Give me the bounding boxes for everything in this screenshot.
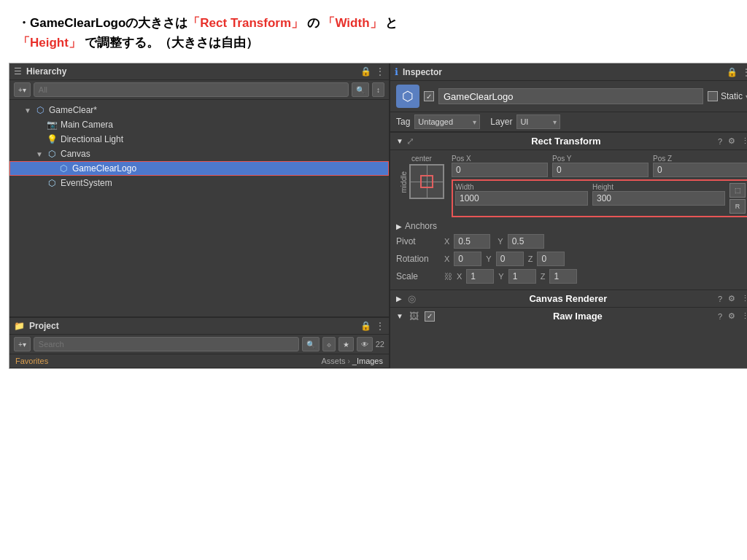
scale-y-input[interactable] (508, 269, 536, 284)
tree-item-canvas[interactable]: ▼ ⬡ Canvas (9, 147, 389, 161)
rt-fields-area: Pos X Pos Y Pos Z (452, 155, 747, 219)
rt-width-label: Width (455, 183, 588, 191)
rt-posy-input[interactable] (552, 163, 649, 177)
project-filter-btn[interactable]: ⟐ (322, 337, 336, 351)
rt-width-input[interactable] (455, 191, 588, 206)
rt-posy-label: Pos Y (552, 155, 649, 163)
rect-transform-header: ▼ ⤢ Rect Transform ? ⚙ ⋮ (390, 132, 747, 150)
canvas-arrow: ▼ (36, 150, 44, 158)
rect-transform-settings-icon[interactable]: ⚙ (728, 136, 735, 146)
project-lock-icon[interactable]: 🔒 (360, 321, 371, 331)
canvas-renderer-settings[interactable]: ⚙ (728, 294, 735, 303)
inspector-lock-icon[interactable]: 🔒 (727, 67, 738, 77)
hierarchy-panel-header: ☰ Hierarchy 🔒 ⋮ (9, 63, 389, 80)
inspector-title: Inspector (403, 67, 722, 77)
canvas-renderer-icon: ◎ (408, 293, 416, 304)
rt-posx-input[interactable] (452, 163, 548, 177)
project-search-input[interactable] (34, 337, 299, 351)
raw-image-row: ▼ 🖼 ✓ Raw Image ? ⚙ ⋮ (390, 307, 747, 324)
anchors-collapse-arrow[interactable]: ▶ (396, 222, 402, 230)
highlight-rect-transform: 「Rect Transform」 (187, 16, 303, 30)
project-menu-icon[interactable]: ⋮ (376, 321, 384, 331)
canvas-icon: ⬡ (46, 148, 58, 160)
tag-dropdown[interactable]: Untagged ▾ (414, 114, 480, 129)
gameclearlogo-icon: ⬡ (58, 163, 69, 174)
scale-x-input[interactable] (466, 269, 494, 284)
rect-transform-collapse-arrow[interactable]: ▼ (396, 137, 403, 145)
tag-value: Untagged (418, 117, 453, 126)
scale-label: Scale (396, 271, 440, 281)
rt-pos-row: Pos X Pos Y Pos Z (452, 155, 747, 177)
instruction-prefix: ・GameClearLogoの大きさは (18, 16, 187, 30)
rt-posz-input[interactable] (653, 163, 747, 177)
main-camera-label: Main Camera (61, 120, 113, 130)
project-title: Project (29, 321, 356, 331)
inspector-static-label: Static (721, 91, 743, 101)
hierarchy-sort-button[interactable]: ↕ (372, 82, 384, 97)
rt-anchor-diagram-row: middle (400, 164, 444, 199)
hierarchy-search-input[interactable] (34, 82, 349, 97)
rotation-z-input[interactable] (537, 252, 565, 266)
tree-item-eventsystem[interactable]: ▶ ⬡ EventSystem (9, 176, 389, 190)
rt-height-label: Height (592, 183, 725, 191)
hierarchy-lock-icon[interactable]: 🔒 (360, 66, 371, 77)
anchors-label: Anchors (405, 221, 437, 231)
canvas-renderer-row: ▶ ◎ Canvas Renderer ? ⚙ ⋮ (390, 289, 747, 307)
rt-r-button[interactable]: R (729, 199, 746, 214)
canvas-renderer-arrow[interactable]: ▶ (396, 295, 402, 303)
tree-item-main-camera[interactable]: ▶ 📷 Main Camera (9, 117, 389, 132)
project-search-btn[interactable]: 🔍 (302, 337, 320, 351)
hierarchy-menu-icon[interactable]: ⋮ (376, 66, 384, 77)
raw-image-help[interactable]: ? (718, 312, 722, 321)
hierarchy-search-icon-btn[interactable]: 🔍 (352, 82, 369, 97)
layer-dropdown[interactable]: UI ▾ (516, 114, 560, 129)
pivot-y-input[interactable] (508, 234, 544, 249)
project-star-btn[interactable]: ★ (338, 337, 354, 351)
project-eye-btn[interactable]: 👁 (357, 337, 373, 351)
anchors-row: ▶ Anchors (396, 219, 747, 233)
gameclear-label: GameClear* (49, 105, 97, 115)
rotation-y-input[interactable] (496, 252, 524, 266)
project-add-button[interactable]: +▾ (14, 337, 31, 351)
rotation-label: Rotation (396, 254, 440, 264)
hierarchy-add-button[interactable]: +▾ (14, 82, 31, 97)
inspector-name-input[interactable] (438, 88, 703, 104)
inspector-static-checkbox[interactable] (708, 91, 718, 101)
tree-item-directional-light[interactable]: ▶ 💡 Directional Light (9, 132, 389, 147)
rect-transform-help-icon[interactable]: ? (718, 137, 722, 146)
gameclear-cube-icon: ⬡ (34, 104, 46, 116)
inspector-active-checkbox[interactable]: ✓ (424, 91, 434, 101)
scale-z-input[interactable] (549, 269, 577, 284)
raw-image-settings[interactable]: ⚙ (728, 311, 735, 321)
rt-posy-field: Pos Y (552, 155, 649, 177)
raw-image-checkbox[interactable]: ✓ (425, 311, 435, 322)
raw-image-arrow[interactable]: ▼ (396, 312, 403, 320)
project-toolbar: +▾ 🔍 ⟐ ★ 👁 22 (9, 335, 389, 354)
rt-main-layout: center middle Pos (396, 155, 747, 219)
inspector-menu-icon[interactable]: ⋮ (742, 67, 747, 77)
tree-item-gameclear[interactable]: ▼ ⬡ GameClear* (9, 103, 389, 117)
raw-image-menu[interactable]: ⋮ (741, 311, 747, 321)
rt-height-input[interactable] (592, 191, 725, 206)
tag-label: Tag (396, 117, 410, 127)
instruction-suffix1: と (382, 16, 398, 30)
rect-transform-menu-icon[interactable]: ⋮ (741, 136, 747, 146)
left-panel: ☰ Hierarchy 🔒 ⋮ +▾ 🔍 ↕ ▼ ⬡ GameClear* ▶ … (9, 63, 389, 368)
layer-value: UI (520, 117, 528, 126)
inspector-header: ℹ Inspector 🔒 ⋮ (390, 63, 747, 81)
rt-blueprint-button[interactable]: ⬚ (729, 183, 746, 198)
rt-anchor-area: center middle (396, 155, 447, 199)
canvas-renderer-menu[interactable]: ⋮ (741, 294, 747, 303)
inspector-tag-layer-row: Tag Untagged ▾ Layer UI ▾ (390, 112, 747, 132)
rotation-x-input[interactable] (454, 252, 481, 266)
inspector-info-icon: ℹ (395, 66, 398, 77)
tree-item-gameclearlogo[interactable]: ▶ ⬡ GameClearLogo (9, 161, 389, 176)
main-camera-icon: 📷 (46, 119, 58, 131)
anchor-diagram[interactable] (409, 164, 444, 199)
canvas-renderer-help[interactable]: ? (718, 295, 722, 303)
rotation-y-label: Y (486, 254, 491, 263)
rt-wh-group: Width Height ⬚ R (452, 179, 747, 217)
gameclearlogo-label: GameClearLogo (72, 163, 136, 174)
rt-posz-label: Pos Z (653, 155, 747, 163)
pivot-x-input[interactable] (454, 234, 490, 249)
